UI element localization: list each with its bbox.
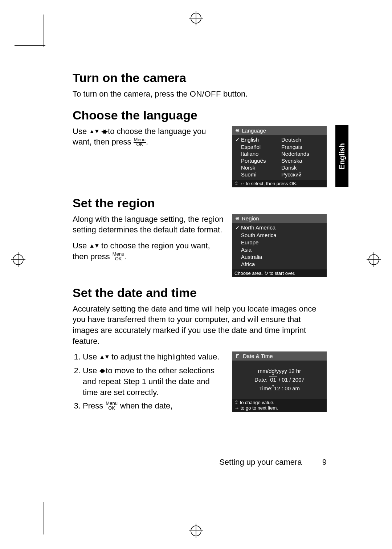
section-turn-on: Turn on the camera To turn on the camera… <box>73 71 327 99</box>
crop-mark <box>44 15 44 47</box>
back-arrow-icon: ↻ <box>264 271 268 276</box>
highlighted-value: 01 <box>269 376 277 383</box>
region-para2: Use ▲▼ to choose the region you want, th… <box>73 240 225 262</box>
crop-mark <box>44 502 44 534</box>
up-down-arrows-icon: ▲▼ <box>89 127 99 135</box>
updown-icon: ⇕ <box>234 181 238 186</box>
left-right-arrows-icon: ◀▶ <box>99 367 103 375</box>
lcd-language: ⊕ Language ✓English Deutsch Español Fran… <box>232 126 327 187</box>
globe-icon: ⊕ <box>235 215 240 221</box>
registration-mark-top <box>189 11 203 25</box>
registration-mark-bottom <box>189 524 203 538</box>
leftright-icon: ↔ <box>240 181 245 186</box>
heading-language: Choose the language <box>73 108 327 122</box>
registration-mark-left <box>11 252 25 267</box>
page-footer: Setting up your camera 9 <box>73 458 327 467</box>
language-body: Use ▲▼ ◀▶ to choose the language you wan… <box>73 126 225 147</box>
step-3: Press MenuOK when the date, <box>83 400 225 411</box>
leftright-icon: ↔ <box>234 405 239 411</box>
menu-ok-icon: MenuOK <box>105 401 118 410</box>
section-language: Choose the language Use ▲▼ ◀▶ to choose … <box>73 108 327 187</box>
lcd-language-title: Language <box>242 127 266 134</box>
left-right-arrows-icon: ◀▶ <box>101 127 106 135</box>
updown-icon: ⇕ <box>234 400 238 405</box>
calendar-icon: 🗓 <box>235 353 241 359</box>
onoff-label: ON/OFF <box>190 89 221 98</box>
time-row: Time: 12 : 00 am <box>232 385 327 391</box>
lcd-region-title: Region <box>242 215 259 221</box>
menu-ok-icon: MenuOK <box>134 137 146 147</box>
datetime-steps: Use ▲▼ to adjust the highlighted value. … <box>73 351 225 411</box>
step-2: Use ◀▶ to move to the other selections a… <box>83 365 225 398</box>
up-down-arrows-icon: ▲▼ <box>89 242 99 250</box>
date-row: Date: 01 / 01 / 2007 <box>232 376 327 383</box>
step-1: Use ▲▼ to adjust the highlighted value. <box>83 351 225 362</box>
heading-turn-on: Turn on the camera <box>73 71 327 85</box>
footer-text: Setting up your camera <box>219 458 302 467</box>
section-region: Set the region Along with the language s… <box>73 196 327 277</box>
lcd-datetime: 🗓 Date & Time mm/dd/yyyy 12 hr Date: 01 … <box>232 351 327 412</box>
up-down-arrows-icon: ▲▼ <box>99 353 109 361</box>
turn-on-body: To turn on the camera, press the ON/OFF … <box>73 89 327 99</box>
datetime-intro: Accurately setting the date and time wil… <box>73 304 327 347</box>
language-tab-label: English <box>338 143 346 169</box>
check-icon: ✓ <box>235 137 240 143</box>
date-format: mm/dd/yyyy 12 hr <box>232 368 327 374</box>
region-para1: Along with the language setting, the reg… <box>73 214 225 235</box>
registration-mark-right <box>367 252 381 267</box>
heading-datetime: Set the date and time <box>73 286 327 300</box>
page-number: 9 <box>322 458 327 467</box>
section-datetime: Set the date and time Accurately setting… <box>73 286 327 414</box>
lcd-region: ⊕ Region ✓North America South America Eu… <box>232 214 327 277</box>
language-tab: English <box>335 125 348 187</box>
heading-region: Set the region <box>73 196 327 210</box>
check-icon: ✓ <box>235 224 240 231</box>
globe-icon: ⊕ <box>235 127 240 133</box>
menu-ok-icon: MenuOK <box>112 252 125 261</box>
lcd-datetime-title: Date & Time <box>243 353 273 359</box>
crop-mark <box>15 45 45 46</box>
